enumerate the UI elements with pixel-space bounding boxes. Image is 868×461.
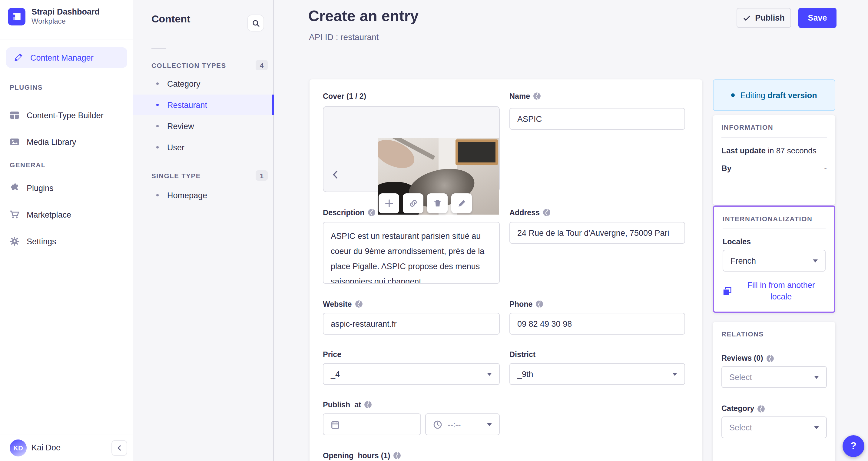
phone-input[interactable] (509, 313, 685, 335)
sidebar-item-label: Content Manager (30, 53, 94, 62)
globe-icon (533, 92, 541, 100)
last-update-value: in 87 seconds (768, 146, 816, 155)
sidebar-item-content-type-builder[interactable]: Content-Type Builder (0, 103, 133, 127)
sidebar-item-marketplace[interactable]: Marketplace (0, 202, 133, 227)
collapse-sidebar-button[interactable] (112, 440, 127, 456)
sidebar-item-settings[interactable]: Settings (0, 229, 133, 253)
locale-select[interactable]: French (723, 250, 826, 271)
phone-label: Phone (509, 299, 543, 309)
group-header-single-type: SINGLE TYPE (151, 172, 201, 179)
status-prefix: Editing (740, 91, 765, 100)
delete-asset-button[interactable] (427, 193, 447, 213)
by-row: By - (721, 164, 827, 173)
price-select[interactable]: _4 (323, 363, 500, 385)
publish-button[interactable]: Publish (737, 8, 791, 28)
reviews-label: Reviews (0) (721, 354, 827, 363)
globe-icon (766, 354, 774, 362)
publish-at-time-select[interactable]: --:-- (425, 413, 500, 435)
information-title: INFORMATION (721, 124, 827, 131)
collection-types-count-badge: 4 (256, 60, 268, 70)
cover-label: Cover (1 / 2) (323, 91, 366, 100)
brand-subtitle: Workplace (31, 17, 100, 26)
search-button[interactable] (247, 15, 264, 31)
divider (0, 435, 133, 435)
subnav-item-category[interactable]: Category (133, 73, 274, 94)
sidebar-item-media-library[interactable]: Media Library (0, 130, 133, 154)
plus-icon (384, 199, 394, 208)
bullet-icon (156, 82, 159, 85)
globe-icon (757, 405, 765, 412)
content-subnav: Content COLLECTION TYPES 4 Category Rest… (133, 0, 274, 461)
edit-asset-button[interactable] (451, 193, 472, 213)
copy-link-button[interactable] (403, 193, 424, 213)
bullet-icon (156, 146, 159, 148)
add-asset-button[interactable] (379, 193, 399, 213)
subnav-title: Content (151, 13, 190, 25)
name-input[interactable] (509, 108, 685, 130)
locale-value: French (731, 256, 756, 265)
relations-card: RELATIONS Reviews (0) Select Category Se… (713, 322, 835, 461)
picture-icon (10, 137, 20, 147)
fill-from-locale-link[interactable]: Fill in from another locale (723, 280, 826, 302)
bullet-icon (156, 194, 159, 196)
globe-icon (543, 208, 551, 217)
avatar[interactable]: KD (10, 439, 27, 457)
sidebar-item-content-manager[interactable]: Content Manager (6, 47, 127, 68)
brand-title: Strapi Dashboard (31, 7, 100, 17)
chevron-down-icon (487, 423, 492, 426)
strapi-logo-icon (8, 8, 26, 25)
by-value: - (824, 164, 827, 173)
status-emphasis: draft version (768, 91, 817, 100)
publish-at-date-input[interactable] (323, 413, 421, 435)
subnav-item-homepage[interactable]: Homepage (133, 185, 274, 205)
sidebar-section-general: GENERAL (10, 161, 46, 169)
check-icon (743, 14, 750, 22)
globe-icon (535, 300, 543, 308)
subnav-item-review[interactable]: Review (133, 116, 274, 136)
information-card: INFORMATION Last update in 87 seconds By… (713, 115, 835, 205)
subnav-item-user[interactable]: User (133, 137, 274, 157)
district-select[interactable]: _9th (509, 363, 685, 385)
strapi-dashboard: Strapi Dashboard Workplace Content Manag… (0, 0, 868, 461)
by-label: By (721, 164, 732, 173)
category-select[interactable]: Select (721, 416, 827, 438)
opening-hours-label: Opening_hours (1) (323, 451, 401, 460)
link-icon (408, 199, 417, 208)
calendar-icon (331, 420, 340, 429)
clock-icon (433, 420, 442, 429)
sidebar-section-plugins: PLUGINS (10, 84, 43, 91)
subnav-item-restaurant[interactable]: Restaurant (133, 94, 274, 115)
draft-status-banner: Editing draft version (713, 79, 835, 111)
chevron-down-icon (813, 259, 818, 262)
trash-icon (433, 199, 442, 208)
address-input[interactable] (509, 222, 685, 244)
website-input[interactable] (323, 313, 500, 335)
category-label: Category (721, 404, 827, 413)
save-button[interactable]: Save (798, 8, 837, 28)
cover-carousel (323, 106, 500, 192)
website-label: Website (323, 299, 363, 309)
globe-icon (368, 208, 376, 217)
divider (0, 39, 133, 39)
sidebar-item-label: Media Library (27, 137, 76, 146)
district-label: District (509, 350, 535, 359)
reviews-select[interactable]: Select (721, 366, 827, 388)
last-update-label: Last update (721, 146, 766, 155)
active-indicator (272, 94, 274, 115)
divider (151, 49, 166, 49)
sidebar-item-label: Content-Type Builder (27, 111, 103, 120)
globe-icon (393, 452, 401, 460)
address-label: Address (509, 208, 551, 217)
cart-icon (10, 210, 20, 220)
sidebar-item-plugins[interactable]: Plugins (0, 176, 133, 200)
carousel-prev-icon[interactable] (331, 170, 340, 179)
sidebar-item-label: Marketplace (27, 210, 71, 219)
entry-form-card: Cover (1 / 2) (310, 79, 702, 461)
help-button[interactable]: ? (842, 435, 864, 457)
last-update-row: Last update in 87 seconds (721, 146, 827, 155)
bullet-icon (156, 125, 159, 127)
layout-grid-icon (10, 110, 20, 120)
feather-pen-icon (13, 53, 23, 62)
divider (721, 344, 827, 344)
description-textarea[interactable]: ASPIC est un restaurant parisien situé a… (323, 222, 500, 284)
